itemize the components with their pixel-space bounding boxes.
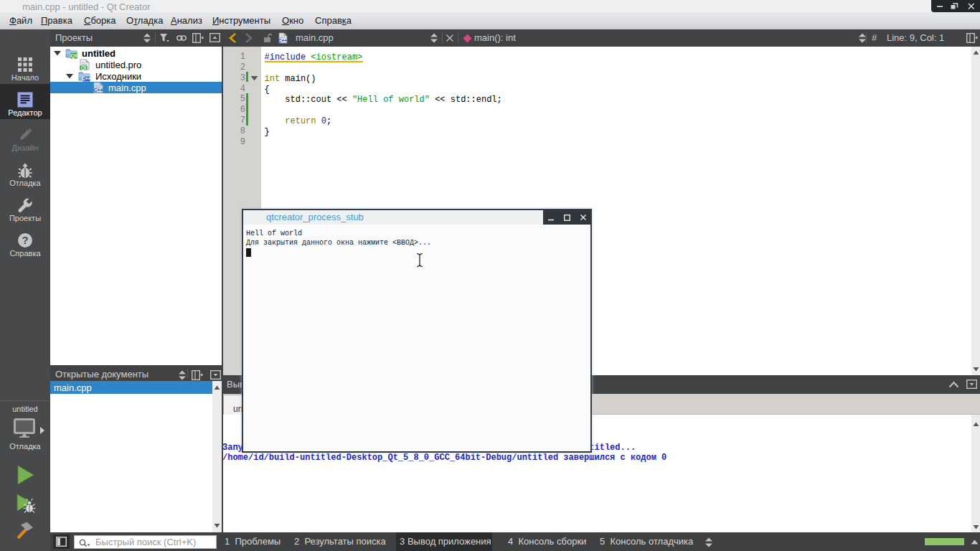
svg-text:?: ? bbox=[22, 234, 28, 246]
svg-text:Qt: Qt bbox=[81, 65, 87, 70]
svg-text:C++: C++ bbox=[278, 38, 287, 43]
svg-text:C++: C++ bbox=[93, 88, 103, 93]
svg-text:Qt: Qt bbox=[71, 52, 77, 59]
svg-text:C++: C++ bbox=[82, 76, 90, 81]
